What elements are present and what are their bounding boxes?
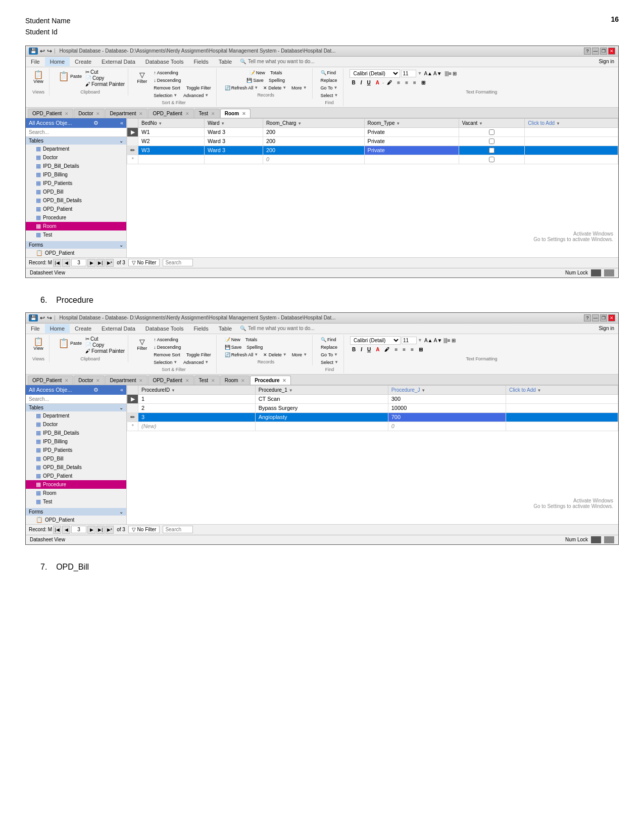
cell-room-charg-1[interactable]: 200 (263, 127, 364, 136)
proc-cell-id-1[interactable]: 1 (138, 394, 256, 403)
tab-opd-patient-2[interactable]: OPD_Patient ✕ (148, 109, 193, 118)
proc-sign-in-link[interactable]: Sign in (595, 324, 618, 333)
nav-forms-header[interactable]: Forms ⌄ (26, 241, 126, 249)
proc-select-button[interactable]: Select ▼ (319, 359, 340, 366)
proc-cell-id-3[interactable]: 3 (138, 412, 256, 422)
proc-totals-button[interactable]: Totals (243, 336, 260, 343)
tab-opd-patient-1[interactable]: OPD_Patient ✕ (28, 109, 73, 118)
cell-vacant-2[interactable] (459, 136, 525, 146)
proc-more-button[interactable]: More ▼ (290, 351, 309, 358)
nav-item-room[interactable]: ▦Room (26, 222, 126, 230)
toggle-filter-button[interactable]: Toggle Filter (184, 84, 213, 91)
format-painter-button[interactable]: 🖌 Format Painter (85, 81, 125, 87)
proc-last-record-btn[interactable]: ▶| (96, 526, 105, 534)
proc-nav-procedure[interactable]: ▦Procedure (26, 480, 126, 489)
proc-search-input[interactable] (163, 526, 193, 533)
next-record-btn[interactable]: ▶ (87, 259, 95, 267)
menu-create[interactable]: Create (70, 57, 96, 66)
proc-nav-test[interactable]: ▦Test (26, 497, 126, 506)
proc-table-row-new[interactable]: * (New) 0 (127, 422, 618, 431)
proc-tab-doctor[interactable]: Doctor ✕ (74, 376, 105, 385)
select-button[interactable]: Select ▼ (319, 92, 340, 99)
totals-button[interactable]: Totals (268, 69, 284, 76)
nav-item-opd-bill-details[interactable]: ▦OPD_Bill_Details (26, 196, 126, 205)
cell-ward-1[interactable]: Ward 3 (204, 127, 263, 136)
undo-icon[interactable]: ↩ (40, 48, 45, 55)
nav-tables-header[interactable]: Tables ⌄ (26, 137, 126, 145)
align-right-button[interactable]: ≡ (411, 79, 418, 86)
cell-room-type-1[interactable]: Private (364, 127, 459, 136)
proc-align-right-btn[interactable]: ≡ (409, 346, 416, 353)
proc-filter-button[interactable]: ▽ Filter (134, 336, 150, 366)
proc-col-procedureid[interactable]: ProcedureID ▼ (138, 385, 256, 394)
proc-menu-home[interactable]: Home (45, 324, 70, 333)
cell-room-type-2[interactable]: Private (364, 136, 459, 146)
proc-spelling-button[interactable]: Spelling (244, 344, 265, 351)
paste-button[interactable]: 📋 Paste (56, 69, 84, 83)
cell-ward-3[interactable]: Ward 3 (204, 146, 263, 155)
nav-item-test[interactable]: ▦Test (26, 230, 126, 239)
gridlines-button[interactable]: ⊞ (419, 79, 427, 86)
vacant-checkbox-new[interactable] (489, 157, 494, 162)
refresh-button[interactable]: 🔄 Refresh All ▼ (223, 84, 260, 91)
col-vacant[interactable]: Vacant ▼ (459, 118, 525, 127)
proc-tab-opd-patient-1[interactable]: OPD_Patient ✕ (28, 376, 73, 385)
proc-tab-room[interactable]: Room ✕ (220, 376, 250, 385)
proc-align-left-btn[interactable]: ≡ (392, 346, 400, 353)
proc-paste-button[interactable]: 📋 Paste (56, 336, 84, 350)
nav-item-ipd-billing[interactable]: ▦IPD_Billing (26, 170, 126, 179)
proc-font-select[interactable]: Calibri (Detail) (350, 336, 401, 345)
col-click-to-add[interactable]: Click to Add ▼ (525, 118, 618, 127)
proc-toggle-filter-button[interactable]: Toggle Filter (184, 351, 213, 358)
proc-menu-external-data[interactable]: External Data (96, 324, 140, 333)
align-center-button[interactable]: ≡ (403, 79, 410, 86)
redo-icon[interactable]: ↪ (47, 48, 52, 55)
cut-button[interactable]: ✂ Cut (85, 69, 125, 75)
proc-cell-cost-new[interactable]: 0 (388, 422, 506, 431)
nav-item-ipd-patients[interactable]: ▦IPD_Patients (26, 179, 126, 188)
proc-cell-id-2[interactable]: 2 (138, 403, 256, 412)
view-button[interactable]: 📋 View (31, 69, 46, 85)
proc-goto-button[interactable]: Go To ▼ (319, 351, 340, 358)
proc-nav-ipd-billing[interactable]: ▦IPD_Billing (26, 437, 126, 446)
nav-chevron-icon[interactable]: « (120, 120, 123, 126)
table-row[interactable]: ✏ 3 Angioplasty 700 (127, 412, 618, 422)
nav-item-opd-patient-form[interactable]: 📋OPD_Patient (26, 249, 126, 257)
proc-nav-opd-bill-details[interactable]: ▦OPD_Bill_Details (26, 463, 126, 472)
proc-tab-opd-patient-2[interactable]: OPD_Patient ✕ (148, 376, 193, 385)
remove-sort-button[interactable]: Remove Sort (152, 84, 182, 91)
proc-nav-ipd-patients[interactable]: ▦IPD_Patients (26, 446, 126, 454)
proc-tab-test[interactable]: Test ✕ (194, 376, 220, 385)
proc-remove-sort-button[interactable]: Remove Sort (152, 351, 182, 358)
cell-room-type-3[interactable]: Private (364, 146, 459, 155)
proc-view-button[interactable]: 📋 View (31, 336, 46, 352)
proc-nav-settings-icon[interactable]: ⚙ (93, 387, 98, 393)
proc-undo-icon[interactable]: ↩ (40, 314, 45, 321)
proc-cell-name-1[interactable]: CT Scan (255, 394, 388, 403)
nav-item-opd-patient[interactable]: ▦OPD_Patient (26, 205, 126, 213)
cell-room-type-new[interactable] (364, 155, 459, 164)
menu-external-data[interactable]: External Data (96, 57, 140, 66)
col-room-charg[interactable]: Room_Charg ▼ (263, 118, 364, 127)
proc-cell-cost-1[interactable]: 300 (388, 394, 506, 403)
restore-button[interactable]: ❐ (600, 48, 607, 55)
proc-font-color-btn[interactable]: A (374, 346, 381, 353)
cell-vacant-1[interactable] (459, 127, 525, 136)
advanced-button[interactable]: Advanced ▼ (181, 92, 211, 99)
filter-button[interactable]: ▽ Filter (134, 69, 150, 99)
font-name-select[interactable]: Calibri (Detail) (350, 69, 400, 78)
proc-view-icon-2[interactable] (604, 536, 614, 543)
align-left-button[interactable]: ≡ (395, 79, 402, 86)
col-bedno[interactable]: BedNo ▼ (138, 118, 205, 127)
proc-no-filter[interactable]: ▽ No Filter (128, 526, 160, 533)
bold-button[interactable]: B (350, 79, 357, 86)
descending-button[interactable]: ↓ Descending (152, 77, 183, 84)
proc-selection-button[interactable]: Selection ▼ (152, 359, 179, 366)
delete-button[interactable]: ✕ Delete ▼ (261, 84, 288, 91)
proc-find-button[interactable]: 🔍Find (319, 336, 340, 343)
vacant-checkbox-2[interactable] (489, 138, 494, 144)
proc-font-size-input[interactable] (402, 337, 417, 344)
italic-button[interactable]: I (359, 79, 364, 86)
cell-bedno-2[interactable]: W2 (138, 136, 205, 146)
proc-first-record-btn[interactable]: |◀ (53, 526, 61, 534)
